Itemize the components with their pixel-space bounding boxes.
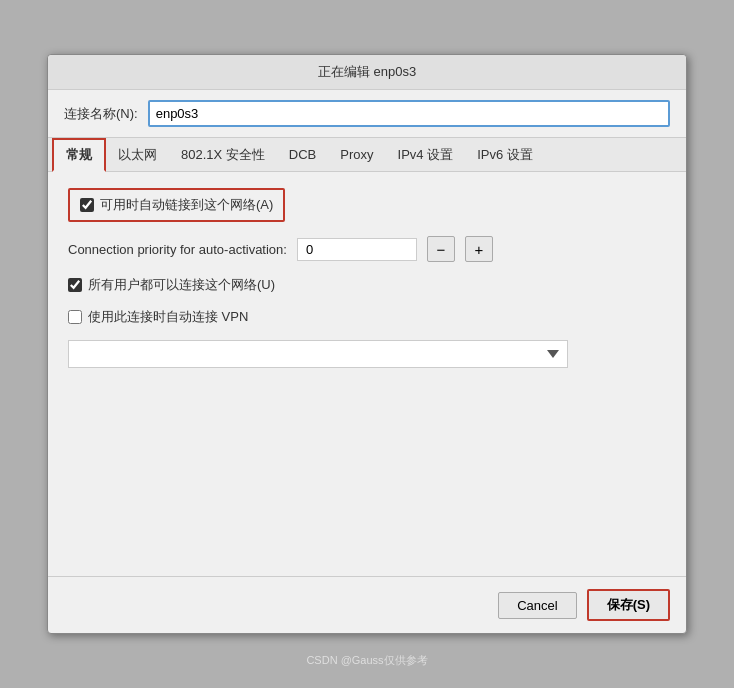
auto-connect-label: 可用时自动链接到这个网络(A) [100,196,273,214]
priority-input[interactable] [297,238,417,261]
title-bar: 正在编辑 enp0s3 [48,55,686,90]
vpn-dropdown-row [68,340,666,368]
button-row: Cancel 保存(S) [48,576,686,633]
tab-ipv6[interactable]: IPv6 设置 [465,140,545,170]
all-users-row: 所有用户都可以连接这个网络(U) [68,276,666,294]
tabs-row: 常规 以太网 802.1X 安全性 DCB Proxy IPv4 设置 IPv6… [48,138,686,172]
priority-row: Connection priority for auto-activation:… [68,236,666,262]
tab-dcb[interactable]: DCB [277,141,328,168]
tab-content-general: 可用时自动链接到这个网络(A) Connection priority for … [48,172,686,576]
connection-name-input[interactable] [148,100,670,127]
vpn-auto-label: 使用此连接时自动连接 VPN [88,308,248,326]
tab-ipv4[interactable]: IPv4 设置 [386,140,466,170]
dialog-title: 正在编辑 enp0s3 [318,64,416,79]
spacer [68,382,666,560]
tab-proxy[interactable]: Proxy [328,141,385,168]
tab-ethernet[interactable]: 以太网 [106,140,169,170]
tab-8021x[interactable]: 802.1X 安全性 [169,140,277,170]
all-users-label: 所有用户都可以连接这个网络(U) [88,276,275,294]
tab-general[interactable]: 常规 [52,138,106,172]
vpn-auto-checkbox[interactable] [68,310,82,324]
watermark: CSDN @Gauss仅供参考 [306,653,427,668]
priority-plus-button[interactable]: + [465,236,493,262]
connection-name-label: 连接名称(N): [64,105,138,123]
vpn-auto-row: 使用此连接时自动连接 VPN [68,308,666,326]
cancel-button[interactable]: Cancel [498,592,576,619]
all-users-checkbox[interactable] [68,278,82,292]
save-button[interactable]: 保存(S) [587,589,670,621]
vpn-select[interactable] [68,340,568,368]
priority-label: Connection priority for auto-activation: [68,242,287,257]
dialog: 正在编辑 enp0s3 连接名称(N): 常规 以太网 802.1X 安全性 D… [47,54,687,634]
auto-connect-row: 可用时自动链接到这个网络(A) [68,188,285,222]
connection-name-row: 连接名称(N): [48,90,686,138]
auto-connect-checkbox[interactable] [80,198,94,212]
priority-minus-button[interactable]: − [427,236,455,262]
